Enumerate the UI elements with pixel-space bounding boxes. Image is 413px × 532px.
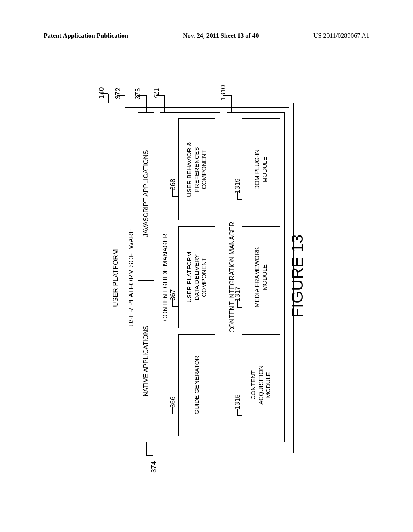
leader-372-v xyxy=(117,96,125,96)
leader-140 xyxy=(108,94,109,103)
user-behavior-box: USER BEHAVIOR & PREFERENCES COMPONENT xyxy=(178,118,215,220)
header-publication: Patent Application Publication xyxy=(44,32,128,39)
ref-375: 375 xyxy=(134,88,142,100)
leader-374-v xyxy=(146,455,153,456)
software-title: USER PLATFORM SOFTWARE xyxy=(127,108,136,448)
data-delivery-box: USER PLATFORM DATA DELIVERY COMPONENT xyxy=(178,226,215,328)
leader-368-h xyxy=(172,189,173,197)
leader-1310-v xyxy=(223,95,231,96)
content-integration-manager-title: CONTENT INTEGRATION MANAGER xyxy=(227,113,238,442)
cim-inner-row: CONTENT ACQUISITION MODULE MEDIA FRAMEWO… xyxy=(242,118,280,436)
leader-1319-h xyxy=(237,192,238,200)
user-platform-box: USER PLATFORM 372 USER PLATFORM SOFTWARE… xyxy=(108,103,294,453)
leader-367-h xyxy=(172,299,173,307)
leader-368 xyxy=(172,196,179,197)
diagram-container: 140 USER PLATFORM 372 USER PLATFORM SOFT… xyxy=(40,64,371,488)
ref-374: 374 xyxy=(150,461,158,473)
page-header: Patent Application Publication Nov. 24, … xyxy=(44,32,369,41)
ref-372: 372 xyxy=(114,88,122,99)
content-acquisition-box: CONTENT ACQUISITION MODULE xyxy=(242,334,280,436)
software-box: USER PLATFORM SOFTWARE NATIVE APPLICATIO… xyxy=(125,107,289,448)
leader-366 xyxy=(172,414,179,415)
ref-1310: 1310 xyxy=(219,85,227,100)
header-pub-number: US 2011/0289067 A1 xyxy=(313,32,369,39)
ref-1317: 1317 xyxy=(234,286,242,301)
apps-row: NATIVE APPLICATIONS JAVASCRIPT APPLICATI… xyxy=(138,112,154,442)
leader-372 xyxy=(125,96,125,108)
media-framework-box: MEDIA FRAMEWORK MODULE xyxy=(242,226,280,328)
leader-367 xyxy=(172,306,179,307)
leader-1310 xyxy=(231,95,232,112)
js-apps-box: JAVASCRIPT APPLICATIONS xyxy=(138,112,154,274)
content-guide-manager-title: CONTENT GUIDE MANAGER xyxy=(160,113,171,442)
leader-366-h xyxy=(172,407,173,414)
leader-374 xyxy=(146,442,147,456)
leader-1317-h xyxy=(237,300,238,308)
ref-367: 367 xyxy=(169,289,177,301)
native-apps-box: NATIVE APPLICATIONS xyxy=(138,280,154,442)
diagram: 140 USER PLATFORM 372 USER PLATFORM SOFT… xyxy=(93,99,319,453)
ref-368: 368 xyxy=(169,179,177,190)
ref-721: 721 xyxy=(152,88,161,100)
ref-1319: 1319 xyxy=(234,178,242,193)
leader-375 xyxy=(146,95,147,112)
leader-721-v xyxy=(156,95,165,96)
guide-generator-box: GUIDE GENERATOR xyxy=(178,334,215,436)
figure-title: FIGURE 13 xyxy=(288,99,307,453)
content-guide-manager-box: CONTENT GUIDE MANAGER 366 367 368 GUIDE … xyxy=(160,112,220,442)
leader-1315-h xyxy=(237,409,238,416)
leader-375-v xyxy=(137,95,146,96)
ref-1315: 1315 xyxy=(234,394,242,409)
leader-721 xyxy=(164,95,165,112)
ref-366: 366 xyxy=(169,397,177,408)
content-integration-manager-box: CONTENT INTEGRATION MANAGER 1315 1317 13… xyxy=(227,112,285,442)
user-platform-title: USER PLATFORM xyxy=(112,103,120,453)
cgm-inner-row: GUIDE GENERATOR USER PLATFORM DATA DELIV… xyxy=(178,118,215,436)
dom-plugin-box: DOM PLUG-IN MODULE xyxy=(242,118,280,220)
header-date-sheet: Nov. 24, 2011 Sheet 13 of 40 xyxy=(183,32,259,39)
leader-140-v xyxy=(101,94,108,94)
